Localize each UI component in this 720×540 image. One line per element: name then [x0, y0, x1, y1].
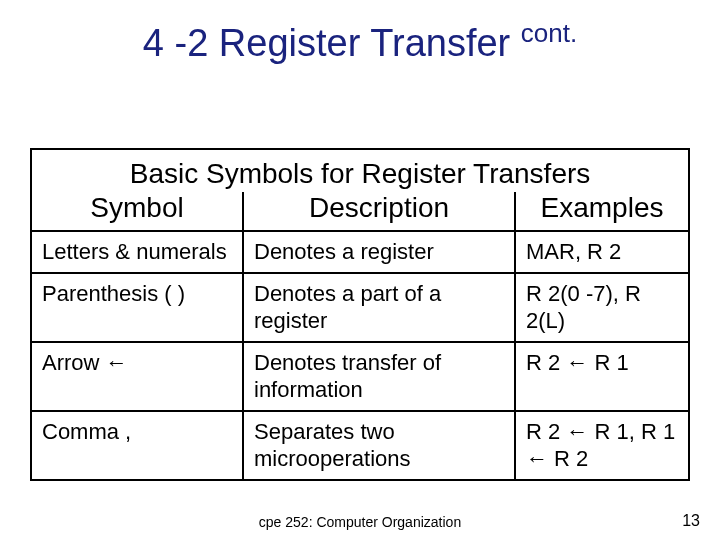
table-caption: Basic Symbols for Register Transfers: [31, 149, 689, 192]
cell-symbol: Comma ,: [31, 411, 243, 480]
cell-description: Denotes a register: [243, 231, 515, 273]
header-symbol: Symbol: [31, 192, 243, 231]
page-number: 13: [682, 512, 700, 530]
cell-symbol: Letters & numerals: [31, 231, 243, 273]
cell-description: Denotes a part of a register: [243, 273, 515, 342]
table-caption-row: Basic Symbols for Register Transfers: [31, 149, 689, 192]
table-row: Comma , Separates two microoperations R …: [31, 411, 689, 480]
cell-examples: R 2(0 -7), R 2(L): [515, 273, 689, 342]
table-row: Letters & numerals Denotes a register MA…: [31, 231, 689, 273]
table-row: Arrow ← Denotes transfer of information …: [31, 342, 689, 411]
cell-description: Denotes transfer of information: [243, 342, 515, 411]
title-cont: cont.: [521, 18, 577, 48]
cell-symbol: Arrow ←: [31, 342, 243, 411]
cell-description: Separates two microoperations: [243, 411, 515, 480]
table-header-row: Symbol Description Examples: [31, 192, 689, 231]
slide-title: 4 -2 Register Transfer cont.: [0, 18, 720, 65]
cell-examples: MAR, R 2: [515, 231, 689, 273]
header-examples: Examples: [515, 192, 689, 231]
footer-text: cpe 252: Computer Organization: [0, 514, 720, 530]
cell-examples: R 2 ← R 1, R 1 ← R 2: [515, 411, 689, 480]
cell-symbol: Parenthesis ( ): [31, 273, 243, 342]
table-row: Parenthesis ( ) Denotes a part of a regi…: [31, 273, 689, 342]
header-description: Description: [243, 192, 515, 231]
symbols-table: Basic Symbols for Register Transfers Sym…: [30, 148, 690, 481]
title-main: 4 -2 Register Transfer: [143, 22, 521, 64]
cell-examples: R 2 ← R 1: [515, 342, 689, 411]
symbols-table-wrap: Basic Symbols for Register Transfers Sym…: [30, 148, 690, 481]
